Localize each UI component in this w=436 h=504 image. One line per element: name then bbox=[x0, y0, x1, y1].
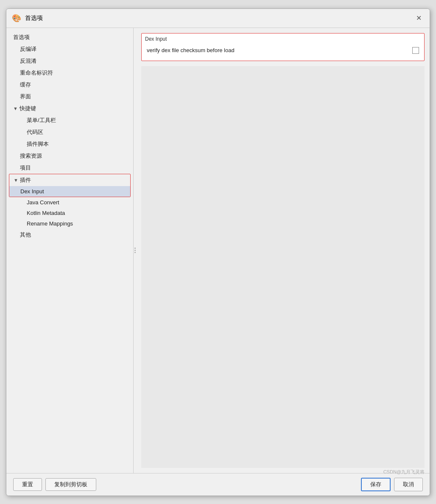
sidebar-item-plugin-script[interactable]: 插件脚本 bbox=[6, 138, 133, 150]
dex-input-section: Dex Input verify dex file checksum befor… bbox=[141, 33, 425, 61]
content-area bbox=[141, 66, 425, 468]
sidebar-item-dex-input[interactable]: Dex Input bbox=[9, 186, 130, 197]
dialog-body: 首选项 反编译 反混淆 重命名标识符 缓存 界面 ▼ 快捷键 菜单/工具栏 代码… bbox=[6, 28, 430, 473]
footer-right-buttons: 保存 取消 bbox=[361, 478, 423, 491]
verify-checksum-checkbox[interactable] bbox=[412, 47, 419, 54]
sidebar-item-search-resources[interactable]: 搜索资源 bbox=[6, 150, 133, 162]
preferences-dialog: 🎨 首选项 ✕ 首选项 反编译 反混淆 重命名标识符 缓存 界面 ▼ 快捷键 菜… bbox=[6, 8, 430, 496]
sidebar-shortcuts-label: 快捷键 bbox=[20, 105, 36, 112]
sidebar-item-menu-toolbar[interactable]: 菜单/工具栏 bbox=[6, 114, 133, 126]
chevron-down-icon-plugins: ▼ bbox=[14, 178, 18, 183]
save-button[interactable]: 保存 bbox=[361, 478, 391, 491]
main-content: Dex Input verify dex file checksum befor… bbox=[136, 28, 430, 473]
sidebar-item-kotlin-metadata[interactable]: Kotlin Metadata bbox=[6, 208, 133, 218]
sidebar-item-deobfuscate[interactable]: 反混淆 bbox=[6, 55, 133, 67]
sidebar-item-root[interactable]: 首选项 bbox=[6, 31, 133, 43]
sidebar-item-rename-identifiers[interactable]: 重命名标识符 bbox=[6, 67, 133, 79]
chevron-down-icon: ▼ bbox=[13, 106, 18, 111]
sidebar-item-cache[interactable]: 缓存 bbox=[6, 79, 133, 91]
sidebar-group-plugins[interactable]: ▼ 插件 bbox=[9, 174, 130, 186]
plugins-highlight-box: ▼ 插件 Dex Input bbox=[9, 174, 131, 197]
sidebar: 首选项 反编译 反混淆 重命名标识符 缓存 界面 ▼ 快捷键 菜单/工具栏 代码… bbox=[6, 28, 134, 473]
verify-checksum-label: verify dex file checksum before load bbox=[147, 47, 235, 53]
dialog-footer: 重置 复制到剪切板 保存 取消 bbox=[6, 473, 430, 496]
sidebar-item-rename-mappings[interactable]: Rename Mappings bbox=[6, 218, 133, 229]
resize-dot-3 bbox=[134, 252, 136, 253]
cancel-button[interactable]: 取消 bbox=[394, 478, 423, 491]
footer-left-buttons: 重置 复制到剪切板 bbox=[13, 478, 96, 491]
sidebar-item-other[interactable]: 其他 bbox=[6, 229, 133, 241]
reset-button[interactable]: 重置 bbox=[13, 478, 42, 491]
app-icon: 🎨 bbox=[11, 13, 22, 23]
copy-to-clipboard-button[interactable]: 复制到剪切板 bbox=[45, 478, 96, 491]
sidebar-item-ui[interactable]: 界面 bbox=[6, 91, 133, 103]
dialog-title: 首选项 bbox=[25, 14, 413, 22]
title-bar: 🎨 首选项 ✕ bbox=[6, 9, 430, 28]
sidebar-item-project[interactable]: 项目 bbox=[6, 162, 133, 174]
resize-dot-1 bbox=[134, 248, 136, 249]
sidebar-item-decompile[interactable]: 反编译 bbox=[6, 43, 133, 55]
sidebar-group-shortcuts[interactable]: ▼ 快捷键 bbox=[6, 103, 133, 114]
sidebar-item-java-convert[interactable]: Java Convert bbox=[6, 197, 133, 208]
sidebar-plugins-label: 插件 bbox=[20, 176, 31, 184]
sidebar-item-code-area[interactable]: 代码区 bbox=[6, 126, 133, 138]
section-title: Dex Input bbox=[145, 36, 421, 42]
resize-dot-2 bbox=[134, 250, 136, 251]
verify-checksum-row: verify dex file checksum before load bbox=[145, 45, 421, 56]
close-button[interactable]: ✕ bbox=[413, 12, 425, 24]
